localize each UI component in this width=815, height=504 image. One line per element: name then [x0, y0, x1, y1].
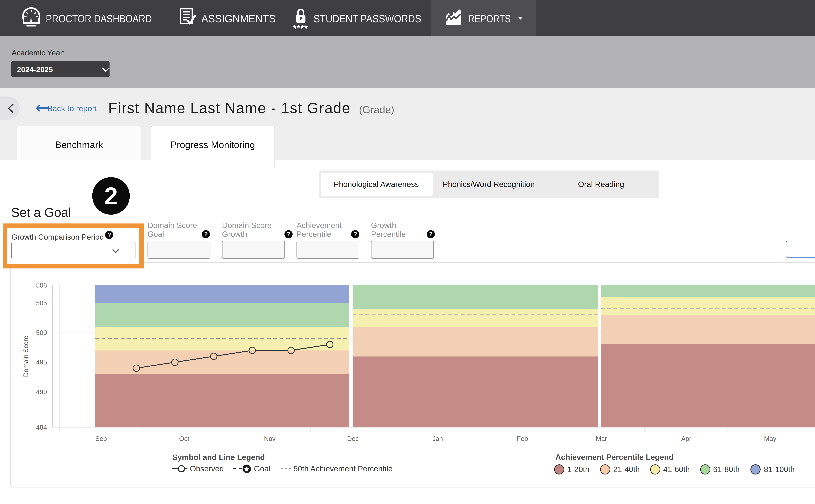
svg-text:May: May: [764, 435, 776, 442]
svg-text:495: 495: [36, 359, 47, 366]
svg-text:490: 490: [36, 388, 47, 395]
svg-text:Feb: Feb: [517, 435, 528, 442]
svg-text:Sep: Sep: [95, 435, 107, 442]
svg-text:50th Achievement Percentile: 50th Achievement Percentile: [293, 464, 393, 473]
svg-text:Observed: Observed: [190, 464, 224, 473]
svg-text:Dec: Dec: [347, 435, 359, 442]
svg-text:508: 508: [36, 282, 47, 289]
svg-text:500: 500: [36, 329, 47, 336]
svg-text:61-80th: 61-80th: [713, 465, 740, 474]
svg-text:Apr: Apr: [681, 435, 691, 442]
svg-text:Oct: Oct: [179, 435, 189, 442]
svg-text:21-40th: 21-40th: [613, 465, 640, 474]
svg-text:Jan: Jan: [432, 435, 443, 442]
svg-text:Goal: Goal: [254, 464, 270, 473]
svg-text:505: 505: [36, 299, 47, 307]
svg-text:Nov: Nov: [264, 435, 275, 442]
svg-text:1-20th: 1-20th: [567, 465, 589, 474]
svg-text:81-100th: 81-100th: [764, 465, 795, 474]
svg-text:484: 484: [36, 424, 47, 431]
svg-text:41-60th: 41-60th: [663, 465, 690, 474]
svg-text:Domain Score: Domain Score: [22, 336, 29, 377]
svg-text:Achievement Percentile Legend: Achievement Percentile Legend: [555, 453, 674, 461]
svg-text:Symbol and Line Legend: Symbol and Line Legend: [172, 453, 265, 462]
svg-text:Mar: Mar: [596, 435, 607, 442]
